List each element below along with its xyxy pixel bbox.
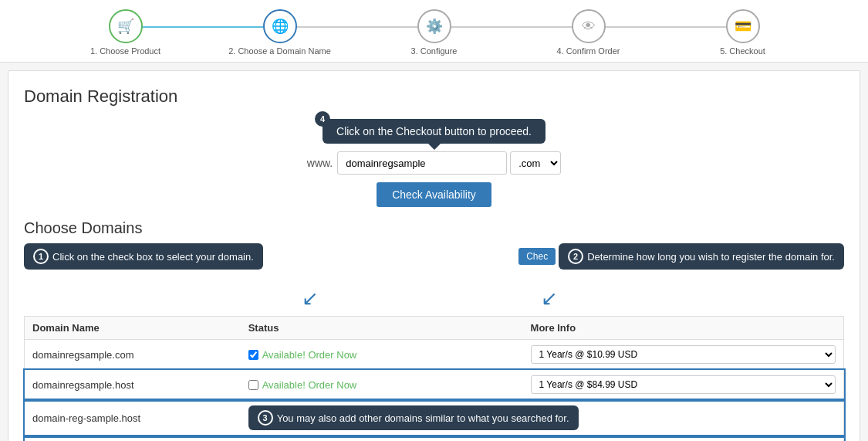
domain-more-info-cell: 1 Year/s @ $10.99 USD xyxy=(523,340,844,370)
www-label: www. xyxy=(307,157,333,169)
tooltip-3-inline: 3You may also add other domains similar … xyxy=(248,405,579,430)
tooltip-2-group: Chec 2 Determine how long you wish to re… xyxy=(518,243,844,270)
col-more-info: More Info xyxy=(523,317,844,340)
check-availability-button[interactable]: Check Availability xyxy=(377,182,491,207)
col-status: Status xyxy=(241,317,523,340)
progress-steps: 🛒 1. Choose Product 🌐 2. Choose a Domain… xyxy=(49,9,820,56)
domain-status-cell: 3You may also add other domains similar … xyxy=(241,400,844,436)
table-row: domainregsample.comAvailable! Order Now1… xyxy=(25,340,844,370)
domain-name-cell: domainregsample.com xyxy=(25,340,241,370)
table-header: Domain Name Status More Info xyxy=(25,317,844,340)
step-3: ⚙️ 3. Configure xyxy=(357,9,512,56)
domain-status-text: Available! Order Now xyxy=(262,379,357,391)
step-5: 💳 5. Checkout xyxy=(666,9,820,56)
step-5-label: 5. Checkout xyxy=(720,46,765,56)
tld-select[interactable]: .com .net .org .host .ninja xyxy=(510,151,561,175)
choose-domains-section: Choose Domains 1 Click on the check box … xyxy=(24,219,844,441)
domain-more-info-cell: 1 Year/s @ $18.49 USD xyxy=(523,436,844,442)
domain-table: Domain Name Status More Info domainregsa… xyxy=(24,316,844,441)
step-3-circle: ⚙️ xyxy=(417,9,451,43)
tooltip4-container: 4 Click on the Checkout button to procee… xyxy=(24,119,844,144)
step-1: 🛒 1. Choose Product xyxy=(49,9,203,56)
table-body: domainregsample.comAvailable! Order Now1… xyxy=(25,340,844,442)
step-2-circle: 🌐 xyxy=(263,9,297,43)
progress-bar: 🛒 1. Choose Product 🌐 2. Choose a Domain… xyxy=(0,0,868,63)
step-2-label: 2. Choose a Domain Name xyxy=(228,46,331,56)
main-content: Domain Registration 4 Click on the Check… xyxy=(8,70,860,441)
table-row: domainregsample.ninjaAvailable! Order No… xyxy=(25,436,844,442)
tooltip-1-text: Click on the check box to select your do… xyxy=(52,251,254,263)
step-1-label: 1. Choose Product xyxy=(90,46,160,56)
arrows-row: ↙ ↙ xyxy=(24,287,844,314)
domain-name-cell: domainregsample.host xyxy=(25,370,241,400)
domain-name-cell: domainregsample.ninja xyxy=(25,436,241,442)
page-title: Domain Registration xyxy=(24,87,844,107)
step-4-label: 4. Confirm Order xyxy=(557,46,620,56)
domain-status-cell: Available! Order Now xyxy=(241,370,523,400)
badge-1: 1 xyxy=(33,249,49,264)
more-info-select[interactable]: 1 Year/s @ $10.99 USD xyxy=(531,345,836,364)
domain-status-text: Available! Order Now xyxy=(262,349,357,361)
domain-status-cell: Available! Order Now xyxy=(241,340,523,370)
arrow-down-right: ↙ xyxy=(541,287,558,310)
check-now-btn-tooltip[interactable]: Chec xyxy=(518,248,556,265)
choose-domains-title: Choose Domains xyxy=(24,219,844,237)
step-5-circle: 💳 xyxy=(726,9,760,43)
domain-input[interactable] xyxy=(337,151,507,175)
domain-checkbox[interactable] xyxy=(248,350,258,360)
tooltip-2-text: Determine how long you wish to register … xyxy=(587,251,835,263)
tooltips-row: 1 Click on the check box to select your … xyxy=(24,243,844,282)
step-4-circle: 👁 xyxy=(572,9,606,43)
table-header-row: Domain Name Status More Info xyxy=(25,317,844,340)
col-domain-name: Domain Name xyxy=(25,317,241,340)
badge-2: 2 xyxy=(568,249,583,264)
step-2: 🌐 2. Choose a Domain Name xyxy=(203,9,357,56)
search-row: www. .com .net .org .host .ninja xyxy=(24,151,844,175)
domain-status-cell: Available! Order Now xyxy=(241,436,523,442)
domain-search-area: 4 Click on the Checkout button to procee… xyxy=(24,119,844,207)
tooltip-3-text: You may also add other domains similar t… xyxy=(277,412,569,424)
step-3-label: 3. Configure xyxy=(411,46,458,56)
tooltip-1: 1 Click on the check box to select your … xyxy=(24,243,263,270)
tooltip-4-text: Click on the Checkout button to proceed. xyxy=(336,125,532,137)
badge-4: 4 xyxy=(315,111,330,127)
tooltip-4: 4 Click on the Checkout button to procee… xyxy=(323,119,545,144)
more-info-select[interactable]: 1 Year/s @ $84.99 USD xyxy=(531,375,836,394)
step-1-circle: 🛒 xyxy=(109,9,143,43)
domain-more-info-cell: 1 Year/s @ $84.99 USD xyxy=(523,370,844,400)
domain-name-cell: domain-reg-sample.host xyxy=(25,400,241,436)
arrow-down-left: ↙ xyxy=(302,287,319,310)
table-row: domainregsample.hostAvailable! Order Now… xyxy=(25,370,844,400)
badge-3: 3 xyxy=(258,410,273,426)
domain-checkbox[interactable] xyxy=(248,380,258,390)
table-row: domain-reg-sample.host3You may also add … xyxy=(25,400,844,436)
step-4: 👁 4. Confirm Order xyxy=(512,9,666,56)
tooltip-2: 2 Determine how long you wish to registe… xyxy=(559,243,844,270)
